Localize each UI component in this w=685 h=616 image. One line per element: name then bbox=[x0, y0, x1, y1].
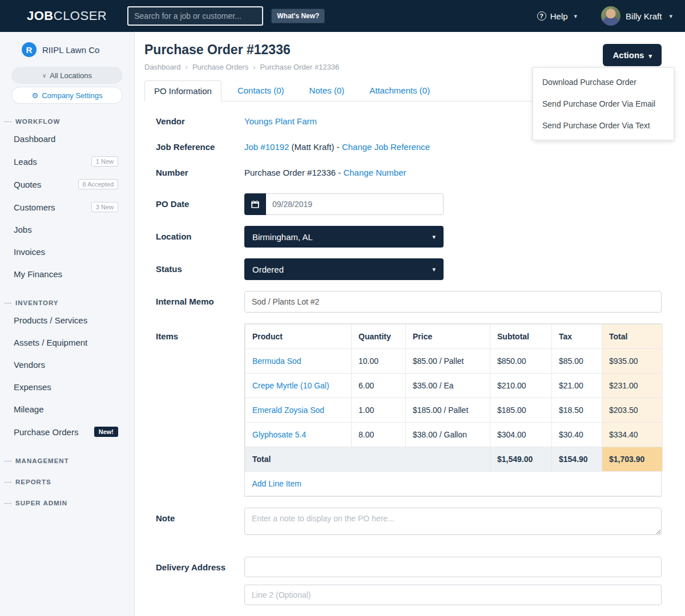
item-product-link[interactable]: Glyphosate 5.4 bbox=[252, 430, 306, 439]
items-label: Items bbox=[156, 323, 244, 497]
sidebar-item-mileage[interactable]: Mileage bbox=[0, 398, 134, 420]
add-line-item-link[interactable]: Add Line Item bbox=[252, 479, 301, 488]
vendor-link[interactable]: Youngs Plant Farm bbox=[244, 116, 317, 126]
location-selected-value: Birmingham, AL bbox=[252, 232, 313, 242]
section-label: INVENTORY bbox=[15, 299, 58, 306]
sidebar-section-workflow: WORKFLOW bbox=[5, 118, 134, 125]
section-dash-icon bbox=[5, 461, 11, 461]
sidebar-section-reports: REPORTS bbox=[5, 479, 134, 485]
po-date-input[interactable] bbox=[266, 193, 444, 215]
sidebar-item-vendors[interactable]: Vendors bbox=[0, 354, 134, 376]
sidebar-item-label: Purchase Orders bbox=[14, 427, 78, 437]
location-label: Location bbox=[156, 226, 244, 248]
number-row: Number Purchase Order #12336 - Change Nu… bbox=[156, 168, 662, 177]
sidebar-item-jobs[interactable]: Jobs bbox=[0, 218, 134, 241]
item-subtotal-cell: $304.00 bbox=[490, 423, 552, 447]
avatar[interactable] bbox=[601, 6, 620, 26]
items-header-subtotal: Subtotal bbox=[490, 325, 552, 349]
status-select[interactable]: Ordered ▾ bbox=[244, 258, 444, 280]
menu-item-send-purchase-order-via-email[interactable]: Send Purchase Order Via Email bbox=[533, 93, 674, 115]
job-reference-label: Job Reference bbox=[156, 142, 244, 152]
breadcrumb-item-dashboard[interactable]: Dashboard bbox=[144, 63, 181, 71]
sidebar-item-label: Jobs bbox=[14, 225, 32, 234]
sidebar-item-customers[interactable]: Customers3 New bbox=[0, 196, 134, 218]
sidebar-item-products-services[interactable]: Products / Services bbox=[0, 309, 134, 331]
section-label: REPORTS bbox=[15, 479, 51, 485]
gear-icon: ⚙ bbox=[32, 91, 39, 100]
search-input[interactable] bbox=[127, 6, 263, 26]
delivery-address-row: Delivery Address bbox=[156, 557, 662, 605]
item-subtotal-cell: $210.00 bbox=[490, 374, 552, 398]
company-logo: R bbox=[22, 42, 37, 57]
app-logo[interactable]: JOBCLOSER bbox=[27, 9, 107, 23]
tab-po-information[interactable]: PO Information bbox=[144, 80, 221, 102]
item-product-cell: Emerald Zoysia Sod bbox=[245, 398, 352, 423]
change-number-link[interactable]: Change Number bbox=[343, 168, 406, 177]
item-tax-cell: $30.40 bbox=[552, 423, 602, 447]
breadcrumb-separator-icon: › bbox=[186, 63, 188, 71]
tab-attachments-0[interactable]: Attachments (0) bbox=[360, 80, 439, 102]
po-date-label: PO Date bbox=[156, 193, 244, 215]
chevron-down-icon: ▾ bbox=[574, 13, 578, 20]
all-locations-dropdown[interactable]: ∨ All Locations bbox=[11, 67, 123, 84]
item-product-cell: Glyphosate 5.4 bbox=[245, 423, 352, 447]
vendor-label: Vendor bbox=[156, 116, 244, 126]
delivery-address-line2-input[interactable] bbox=[244, 585, 662, 605]
menu-item-send-purchase-order-via-text[interactable]: Send Purchase Order Via Text bbox=[533, 115, 674, 136]
status-row: Status Ordered ▾ bbox=[156, 258, 662, 280]
sidebar-item-assets-equipment[interactable]: Assets / Equipment bbox=[0, 331, 134, 354]
whats-new-button[interactable]: What's New? bbox=[271, 9, 325, 23]
sidebar-item-my-finances[interactable]: My Finances bbox=[0, 263, 134, 285]
sidebar-item-badge: 8 Accepted bbox=[78, 179, 118, 189]
delivery-address-label: Delivery Address bbox=[156, 557, 244, 605]
add-line-item-cell: Add Line Item bbox=[245, 472, 663, 496]
table-row: Emerald Zoysia Sod1.00$185.00 / Pallet$1… bbox=[245, 398, 663, 423]
item-quantity-cell: 1.00 bbox=[352, 398, 406, 423]
job-link[interactable]: Job #10192 bbox=[244, 142, 289, 152]
calendar-icon bbox=[250, 199, 260, 209]
actions-dropdown-menu: Download Purchase OrderSend Purchase Ord… bbox=[533, 67, 674, 140]
breadcrumb-item-purchase-orders[interactable]: Purchase Orders bbox=[192, 63, 248, 71]
table-row: Bermuda Sod10.00$85.00 / Pallet$850.00$8… bbox=[245, 349, 663, 374]
help-menu[interactable]: ? Help ▾ bbox=[537, 11, 577, 21]
location-select[interactable]: Birmingham, AL ▾ bbox=[244, 226, 444, 248]
sidebar-item-invoices[interactable]: Invoices bbox=[0, 241, 134, 263]
chevron-down-icon: ∨ bbox=[42, 72, 46, 79]
sidebar-item-quotes[interactable]: Quotes8 Accepted bbox=[0, 173, 134, 196]
note-row: Note bbox=[156, 508, 662, 535]
user-menu[interactable]: Billy Kraft ▾ bbox=[601, 6, 672, 26]
item-tax-cell: $21.00 bbox=[552, 374, 602, 398]
sidebar: R RIIPL Lawn Co ∨ All Locations ⚙ Compan… bbox=[0, 32, 135, 616]
add-line-item-row: Add Line Item bbox=[245, 472, 663, 496]
items-header-total: Total bbox=[602, 325, 663, 349]
change-job-reference-link[interactable]: Change Job Reference bbox=[342, 142, 430, 152]
sidebar-item-dashboard[interactable]: Dashboard bbox=[0, 128, 134, 150]
note-label: Note bbox=[156, 508, 244, 535]
po-form: Vendor Youngs Plant Farm Job Reference J… bbox=[144, 102, 662, 605]
actions-button[interactable]: Actions▾ bbox=[603, 44, 662, 66]
sidebar-item-leads[interactable]: Leads1 New bbox=[0, 150, 134, 173]
tab-contacts-0[interactable]: Contacts (0) bbox=[228, 80, 293, 102]
item-price-cell: $85.00 / Pallet bbox=[406, 349, 490, 374]
tab-notes-0[interactable]: Notes (0) bbox=[300, 80, 354, 102]
job-reference-row: Job Reference Job #10192 (Matt Kraft) - … bbox=[156, 142, 662, 152]
item-product-link[interactable]: Bermuda Sod bbox=[252, 356, 301, 366]
company-settings-button[interactable]: ⚙ Company Settings bbox=[11, 87, 123, 104]
company-switcher[interactable]: R RIIPL Lawn Co bbox=[0, 42, 134, 64]
po-note-textarea[interactable] bbox=[244, 508, 662, 535]
item-total-cell: $334.40 bbox=[602, 423, 663, 447]
menu-item-download-purchase-order[interactable]: Download Purchase Order bbox=[533, 71, 674, 93]
all-locations-label: All Locations bbox=[50, 71, 92, 80]
sidebar-item-expenses[interactable]: Expenses bbox=[0, 376, 134, 398]
logo-light: CLOSER bbox=[54, 9, 107, 23]
item-product-link[interactable]: Crepe Myrtle (10 Gal) bbox=[252, 381, 329, 390]
total-label-cell: Total bbox=[245, 447, 490, 472]
internal-memo-input[interactable] bbox=[244, 291, 662, 313]
po-date-row: PO Date bbox=[156, 193, 662, 215]
item-product-link[interactable]: Emerald Zoysia Sod bbox=[252, 406, 324, 415]
sidebar-item-purchase-orders[interactable]: Purchase OrdersNew! bbox=[0, 420, 134, 443]
calendar-icon-button[interactable] bbox=[244, 193, 266, 215]
delivery-address-line1-input[interactable] bbox=[244, 557, 662, 577]
item-product-cell: Bermuda Sod bbox=[245, 349, 352, 374]
total-subtotal-cell: $1,549.00 bbox=[490, 447, 552, 472]
